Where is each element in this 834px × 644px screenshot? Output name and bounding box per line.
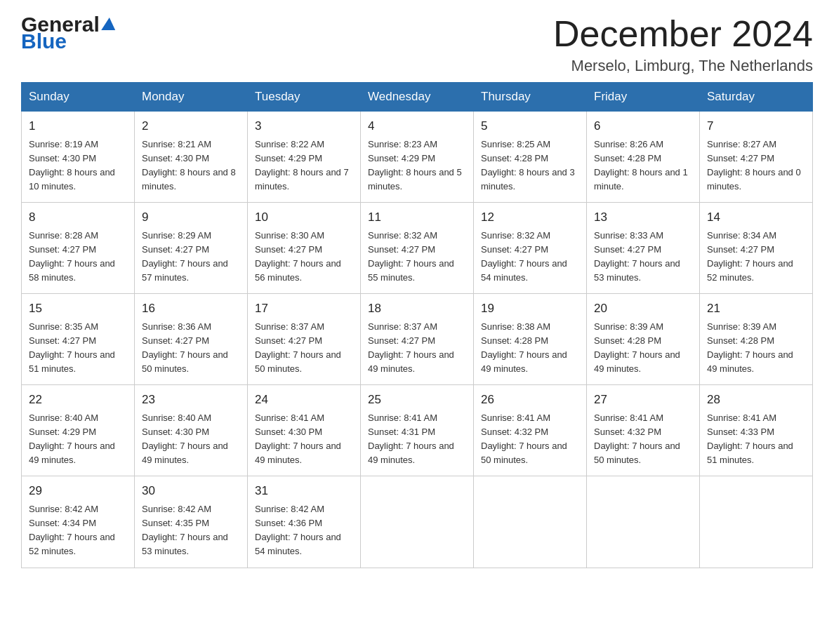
day-number: 18: [368, 300, 466, 318]
day-info: Sunrise: 8:27 AMSunset: 4:27 PMDaylight:…: [707, 137, 805, 194]
calendar-table: SundayMondayTuesdayWednesdayThursdayFrid…: [21, 82, 813, 568]
day-number: 3: [255, 117, 353, 135]
calendar-cell: 10Sunrise: 8:30 AMSunset: 4:27 PMDayligh…: [248, 203, 361, 294]
calendar-cell: 23Sunrise: 8:40 AMSunset: 4:30 PMDayligh…: [135, 385, 248, 476]
day-info: Sunrise: 8:35 AMSunset: 4:27 PMDaylight:…: [29, 320, 127, 377]
day-info: Sunrise: 8:25 AMSunset: 4:28 PMDaylight:…: [481, 137, 579, 194]
logo-area: General Blue: [21, 14, 116, 52]
calendar-cell: 6Sunrise: 8:26 AMSunset: 4:28 PMDaylight…: [587, 112, 700, 203]
day-info: Sunrise: 8:41 AMSunset: 4:31 PMDaylight:…: [368, 411, 466, 468]
day-number: 2: [142, 117, 240, 135]
calendar-cell: 3Sunrise: 8:22 AMSunset: 4:29 PMDaylight…: [248, 112, 361, 203]
day-info: Sunrise: 8:23 AMSunset: 4:29 PMDaylight:…: [368, 137, 466, 194]
day-number: 15: [29, 300, 127, 318]
day-number: 13: [594, 208, 692, 227]
day-info: Sunrise: 8:30 AMSunset: 4:27 PMDaylight:…: [255, 229, 353, 286]
day-number: 12: [481, 208, 579, 227]
day-number: 20: [594, 300, 692, 318]
day-number: 28: [707, 391, 805, 409]
day-info: Sunrise: 8:29 AMSunset: 4:27 PMDaylight:…: [142, 229, 240, 286]
calendar-cell: 28Sunrise: 8:41 AMSunset: 4:33 PMDayligh…: [700, 385, 813, 476]
weekday-header-sunday: Sunday: [22, 83, 135, 112]
day-number: 16: [142, 300, 240, 318]
calendar-cell: 8Sunrise: 8:28 AMSunset: 4:27 PMDaylight…: [22, 203, 135, 294]
day-info: Sunrise: 8:42 AMSunset: 4:35 PMDaylight:…: [142, 502, 240, 559]
day-info: Sunrise: 8:42 AMSunset: 4:36 PMDaylight:…: [255, 502, 353, 559]
calendar-week-row: 15Sunrise: 8:35 AMSunset: 4:27 PMDayligh…: [22, 294, 813, 385]
day-info: Sunrise: 8:34 AMSunset: 4:27 PMDaylight:…: [707, 229, 805, 286]
day-number: 22: [29, 391, 127, 409]
day-info: Sunrise: 8:32 AMSunset: 4:27 PMDaylight:…: [368, 229, 466, 286]
day-number: 5: [481, 117, 579, 135]
day-info: Sunrise: 8:39 AMSunset: 4:28 PMDaylight:…: [707, 320, 805, 377]
calendar-cell: 25Sunrise: 8:41 AMSunset: 4:31 PMDayligh…: [361, 385, 474, 476]
day-info: Sunrise: 8:22 AMSunset: 4:29 PMDaylight:…: [255, 137, 353, 194]
day-number: 24: [255, 391, 353, 409]
day-number: 1: [29, 117, 127, 135]
day-number: 19: [481, 300, 579, 318]
calendar-cell: 29Sunrise: 8:42 AMSunset: 4:34 PMDayligh…: [22, 476, 135, 568]
day-number: 11: [368, 208, 466, 227]
calendar-cell: 17Sunrise: 8:37 AMSunset: 4:27 PMDayligh…: [248, 294, 361, 385]
weekday-header-thursday: Thursday: [474, 83, 587, 112]
day-number: 17: [255, 300, 353, 318]
page-header: General Blue December 2024 Merselo, Limb…: [21, 14, 813, 75]
day-info: Sunrise: 8:39 AMSunset: 4:28 PMDaylight:…: [594, 320, 692, 377]
day-info: Sunrise: 8:21 AMSunset: 4:30 PMDaylight:…: [142, 137, 240, 194]
calendar-cell: [587, 476, 700, 568]
day-number: 6: [594, 117, 692, 135]
day-number: 8: [29, 208, 127, 227]
day-number: 31: [255, 482, 353, 500]
calendar-cell: 14Sunrise: 8:34 AMSunset: 4:27 PMDayligh…: [700, 203, 813, 294]
calendar-cell: 26Sunrise: 8:41 AMSunset: 4:32 PMDayligh…: [474, 385, 587, 476]
day-info: Sunrise: 8:38 AMSunset: 4:28 PMDaylight:…: [481, 320, 579, 377]
calendar-cell: 20Sunrise: 8:39 AMSunset: 4:28 PMDayligh…: [587, 294, 700, 385]
day-number: 14: [707, 208, 805, 227]
calendar-cell: 15Sunrise: 8:35 AMSunset: 4:27 PMDayligh…: [22, 294, 135, 385]
weekday-header-monday: Monday: [135, 83, 248, 112]
calendar-week-row: 29Sunrise: 8:42 AMSunset: 4:34 PMDayligh…: [22, 476, 813, 568]
day-number: 4: [368, 117, 466, 135]
calendar-cell: 11Sunrise: 8:32 AMSunset: 4:27 PMDayligh…: [361, 203, 474, 294]
calendar-week-row: 8Sunrise: 8:28 AMSunset: 4:27 PMDaylight…: [22, 203, 813, 294]
weekday-header-row: SundayMondayTuesdayWednesdayThursdayFrid…: [22, 83, 813, 112]
day-number: 10: [255, 208, 353, 227]
calendar-cell: 12Sunrise: 8:32 AMSunset: 4:27 PMDayligh…: [474, 203, 587, 294]
day-info: Sunrise: 8:26 AMSunset: 4:28 PMDaylight:…: [594, 137, 692, 194]
location-subtitle: Merselo, Limburg, The Netherlands: [553, 57, 813, 75]
day-info: Sunrise: 8:19 AMSunset: 4:30 PMDaylight:…: [29, 137, 127, 194]
day-number: 23: [142, 391, 240, 409]
calendar-cell: 21Sunrise: 8:39 AMSunset: 4:28 PMDayligh…: [700, 294, 813, 385]
calendar-week-row: 22Sunrise: 8:40 AMSunset: 4:29 PMDayligh…: [22, 385, 813, 476]
calendar-cell: 16Sunrise: 8:36 AMSunset: 4:27 PMDayligh…: [135, 294, 248, 385]
month-title: December 2024: [553, 14, 813, 54]
calendar-cell: 9Sunrise: 8:29 AMSunset: 4:27 PMDaylight…: [135, 203, 248, 294]
calendar-cell: 30Sunrise: 8:42 AMSunset: 4:35 PMDayligh…: [135, 476, 248, 568]
calendar-cell: 2Sunrise: 8:21 AMSunset: 4:30 PMDaylight…: [135, 112, 248, 203]
title-area: December 2024 Merselo, Limburg, The Neth…: [553, 14, 813, 75]
calendar-cell: 22Sunrise: 8:40 AMSunset: 4:29 PMDayligh…: [22, 385, 135, 476]
calendar-cell: 4Sunrise: 8:23 AMSunset: 4:29 PMDaylight…: [361, 112, 474, 203]
day-number: 29: [29, 482, 127, 500]
day-info: Sunrise: 8:40 AMSunset: 4:29 PMDaylight:…: [29, 411, 127, 468]
calendar-week-row: 1Sunrise: 8:19 AMSunset: 4:30 PMDaylight…: [22, 112, 813, 203]
day-info: Sunrise: 8:37 AMSunset: 4:27 PMDaylight:…: [255, 320, 353, 377]
day-info: Sunrise: 8:32 AMSunset: 4:27 PMDaylight:…: [481, 229, 579, 286]
day-info: Sunrise: 8:33 AMSunset: 4:27 PMDaylight:…: [594, 229, 692, 286]
calendar-cell: [361, 476, 474, 568]
day-info: Sunrise: 8:40 AMSunset: 4:30 PMDaylight:…: [142, 411, 240, 468]
calendar-cell: 1Sunrise: 8:19 AMSunset: 4:30 PMDaylight…: [22, 112, 135, 203]
day-info: Sunrise: 8:41 AMSunset: 4:32 PMDaylight:…: [481, 411, 579, 468]
day-number: 21: [707, 300, 805, 318]
calendar-cell: 7Sunrise: 8:27 AMSunset: 4:27 PMDaylight…: [700, 112, 813, 203]
logo-blue-text: Blue: [21, 31, 116, 52]
day-number: 9: [142, 208, 240, 227]
day-info: Sunrise: 8:41 AMSunset: 4:30 PMDaylight:…: [255, 411, 353, 468]
weekday-header-saturday: Saturday: [700, 83, 813, 112]
calendar-cell: [700, 476, 813, 568]
weekday-header-tuesday: Tuesday: [248, 83, 361, 112]
day-info: Sunrise: 8:41 AMSunset: 4:33 PMDaylight:…: [707, 411, 805, 468]
day-number: 25: [368, 391, 466, 409]
day-info: Sunrise: 8:42 AMSunset: 4:34 PMDaylight:…: [29, 502, 127, 559]
calendar-cell: 31Sunrise: 8:42 AMSunset: 4:36 PMDayligh…: [248, 476, 361, 568]
